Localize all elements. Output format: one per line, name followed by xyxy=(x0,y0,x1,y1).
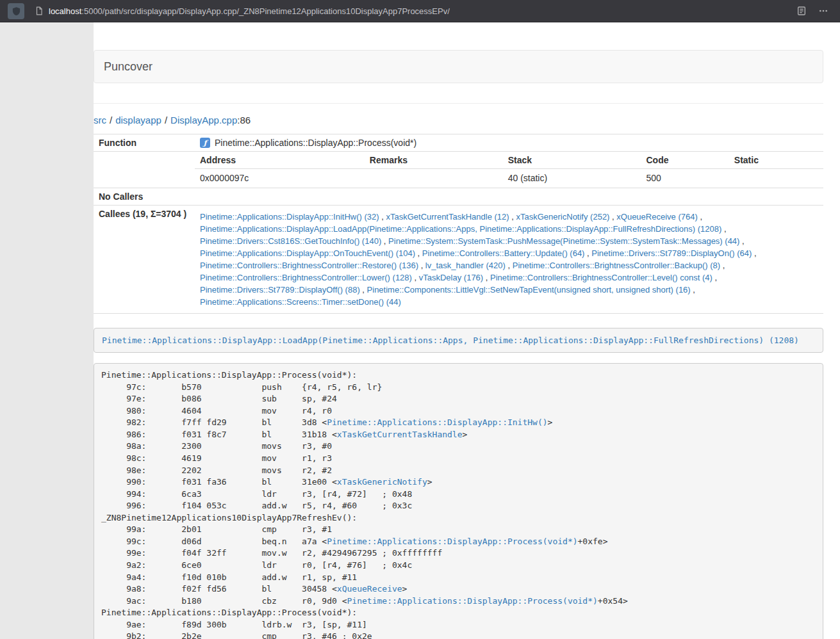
symbol-link[interactable]: xTaskGetCurrentTaskHandle xyxy=(337,430,463,439)
breadcrumb-link-src[interactable]: src xyxy=(94,115,106,125)
no-callers-label: No Callers xyxy=(94,188,195,206)
function-row: Function ƒPinetime::Applications::Displa… xyxy=(94,134,823,152)
callee-link[interactable]: Pinetime::Components::LittleVgl::SetNewT… xyxy=(367,285,691,295)
callee-link[interactable]: Pinetime::Controllers::BrightnessControl… xyxy=(200,273,412,282)
stats-cell: Address Remarks Stack Code Static 0x0000… xyxy=(195,152,823,188)
no-callers-cell xyxy=(195,188,823,206)
breadcrumb-separator: / xyxy=(165,115,167,125)
divider xyxy=(94,103,823,104)
callee-link[interactable]: Pinetime::Controllers::BrightnessControl… xyxy=(513,261,720,270)
function-row-label: Function xyxy=(94,134,195,152)
stats-row: Address Remarks Stack Code Static 0x0000… xyxy=(94,152,823,188)
symbol-link[interactable]: xTaskGenericNotify xyxy=(337,477,427,487)
stats-header-static: Static xyxy=(729,152,823,169)
callee-link[interactable]: Pinetime::Controllers::BrightnessControl… xyxy=(200,261,418,270)
symbol-link[interactable]: Pinetime::Applications::DisplayApp::Proc… xyxy=(327,537,577,546)
selected-callee-link[interactable]: Pinetime::Applications::DisplayApp::Load… xyxy=(102,336,799,345)
breadcrumb-line-number: :86 xyxy=(237,115,251,125)
callee-link[interactable]: Pinetime::Controllers::Battery::Update()… xyxy=(422,248,585,258)
breadcrumb-link-displayapp[interactable]: displayapp xyxy=(115,115,161,125)
callee-link[interactable]: Pinetime::Drivers::Cst816S::GetTouchInfo… xyxy=(200,236,381,246)
function-name: Pinetime::Applications::DisplayApp::Proc… xyxy=(215,138,416,148)
stats-value-remarks xyxy=(365,169,503,188)
disassembly: Pinetime::Applications::DisplayApp::Proc… xyxy=(94,363,823,639)
ellipsis-icon xyxy=(818,6,828,16)
breadcrumb-link-file[interactable]: DisplayApp.cpp xyxy=(170,115,237,125)
stats-table: Address Remarks Stack Code Static 0x0000… xyxy=(195,152,823,188)
stats-value-static xyxy=(729,169,823,188)
symbol-link[interactable]: xQueueReceive xyxy=(337,584,402,594)
address-bar[interactable]: localhost:5000/path/src/displayapp/Displ… xyxy=(31,3,790,19)
callee-link[interactable]: xQueueReceive (764) xyxy=(616,212,697,222)
reader-view-button[interactable] xyxy=(796,6,807,16)
page-icon xyxy=(35,6,44,15)
stats-header-stack: Stack xyxy=(503,152,641,169)
callees-row: Callees (19, Σ=3704 ) Pinetime::Applicat… xyxy=(94,206,823,314)
stats-header-address: Address xyxy=(195,152,365,169)
toolbar-actions xyxy=(796,6,832,16)
function-name-cell: ƒPinetime::Applications::DisplayApp::Pro… xyxy=(195,134,823,152)
reader-view-icon xyxy=(796,6,807,16)
callee-link[interactable]: Pinetime::Controllers::BrightnessControl… xyxy=(490,273,712,282)
callee-link[interactable]: Pinetime::Applications::DisplayApp::OnTo… xyxy=(200,248,415,258)
stats-value-address: 0x0000097c xyxy=(195,169,365,188)
left-gutter xyxy=(0,22,94,639)
symbol-link[interactable]: Pinetime::Applications::DisplayApp::Init… xyxy=(327,417,547,427)
breadcrumb-separator: / xyxy=(110,115,112,125)
callee-link[interactable]: Pinetime::Applications::Screens::Timer::… xyxy=(200,297,401,307)
callees-list: Pinetime::Applications::DisplayApp::Init… xyxy=(195,206,823,314)
callee-link[interactable]: xTaskGetCurrentTaskHandle (12) xyxy=(386,212,509,222)
callee-link[interactable]: xTaskGenericNotify (252) xyxy=(516,212,610,222)
stats-header-row: Address Remarks Stack Code Static xyxy=(195,152,823,169)
callee-link[interactable]: vTaskDelay (176) xyxy=(419,273,483,282)
page-content: Puncover src/displayapp/DisplayApp.cpp:8… xyxy=(94,22,823,639)
url-path: :5000/path/src/displayapp/DisplayApp.cpp… xyxy=(81,6,450,16)
disassembly-code: Pinetime::Applications::DisplayApp::Proc… xyxy=(101,370,628,639)
symbol-link[interactable]: Pinetime::Applications::DisplayApp::Proc… xyxy=(347,596,598,606)
shield-button[interactable] xyxy=(8,3,24,19)
stats-row-label xyxy=(94,152,195,188)
app-brand[interactable]: Puncover xyxy=(104,60,152,74)
app-navbar: Puncover xyxy=(94,50,823,83)
callee-link[interactable]: Pinetime::Applications::DisplayApp::Load… xyxy=(200,224,721,234)
url-text: localhost:5000/path/src/displayapp/Displ… xyxy=(49,6,450,16)
stats-header-code: Code xyxy=(641,152,729,169)
shield-icon xyxy=(12,6,21,16)
callee-link[interactable]: lv_task_handler (420) xyxy=(425,261,506,270)
no-callers-row: No Callers xyxy=(94,188,823,206)
callee-link[interactable]: Pinetime::Drivers::St7789::DisplayOff() … xyxy=(200,285,360,295)
menu-button[interactable] xyxy=(818,6,828,16)
callee-link[interactable]: Pinetime::Drivers::St7789::DisplayOn() (… xyxy=(591,248,752,258)
stats-value-row: 0x0000097c 40 (static) 500 xyxy=(195,169,823,188)
callees-label: Callees (19, Σ=3704 ) xyxy=(94,206,195,314)
callee-link[interactable]: Pinetime::System::SystemTask::PushMessag… xyxy=(388,236,739,246)
stats-header-remarks: Remarks xyxy=(365,152,503,169)
stats-value-code: 500 xyxy=(641,169,729,188)
callee-link[interactable]: Pinetime::Applications::DisplayApp::Init… xyxy=(200,212,379,222)
function-icon: ƒ xyxy=(200,138,210,148)
stats-value-stack: 40 (static) xyxy=(503,169,641,188)
breadcrumb: src/displayapp/DisplayApp.cpp:86 xyxy=(94,115,823,125)
url-host: localhost xyxy=(49,6,81,16)
selected-callee-panel: Pinetime::Applications::DisplayApp::Load… xyxy=(94,328,823,353)
browser-toolbar: localhost:5000/path/src/displayapp/Displ… xyxy=(0,0,840,22)
function-table: Function ƒPinetime::Applications::Displa… xyxy=(94,134,823,314)
